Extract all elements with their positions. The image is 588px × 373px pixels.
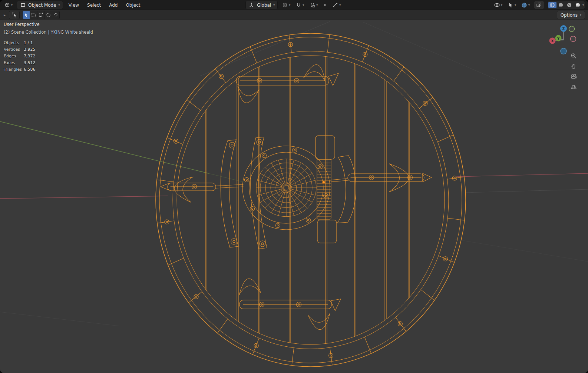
mode-dropdown-label: Object Mode [28, 3, 56, 8]
shading-rendered-button[interactable] [574, 2, 582, 8]
view-perspective-label: User Perspective [4, 22, 93, 27]
gizmo-axis-neg-z[interactable] [561, 48, 566, 54]
editor-type-icon [4, 2, 10, 8]
zoom-icon[interactable] [571, 53, 577, 59]
chevron-down-icon: ▾ [11, 4, 13, 7]
overlays-globe-icon [521, 2, 528, 8]
tool-settings-bar: ▸ Options ▾ [0, 10, 588, 20]
snap-dropdown[interactable]: ▾ [294, 2, 305, 8]
navigation-gizmo[interactable]: Z Y X [549, 23, 580, 55]
stat-value: 3,512 [24, 60, 36, 65]
orientation-label: Global [257, 3, 271, 8]
proportional-editing-icon[interactable] [322, 2, 328, 8]
object-visibility-dropdown[interactable]: ▾ [493, 2, 503, 8]
stat-value: 3,925 [24, 47, 36, 52]
options-label: Options [561, 13, 578, 18]
chevron-down-icon: ▾ [316, 4, 318, 7]
chevron-down-icon: ▾ [339, 4, 341, 7]
stat-label: Triangles [4, 67, 24, 72]
pan-hand-icon[interactable] [571, 63, 577, 69]
stat-label: Vertices [4, 47, 24, 52]
chevron-down-icon: ▾ [303, 4, 304, 7]
menu-object[interactable]: Object [123, 0, 143, 10]
select-mode-tweak[interactable] [23, 11, 30, 19]
options-dropdown[interactable]: Options ▾ [557, 11, 585, 19]
menu-view[interactable]: View [66, 0, 82, 10]
select-mode-box[interactable] [30, 11, 37, 19]
menu-add[interactable]: Add [106, 0, 120, 10]
viewport-canvas[interactable] [0, 20, 588, 373]
proportional-falloff-dropdown[interactable]: ▾ [331, 2, 342, 8]
collection-breadcrumb: (2) Scene Collection | YKING White sheal… [4, 30, 93, 35]
snap-target-dropdown[interactable]: ▾ [308, 2, 319, 8]
magnet-icon [295, 2, 302, 8]
gizmo-axis-neg-y[interactable] [569, 26, 575, 32]
chevron-down-icon: ▾ [528, 4, 530, 7]
viewport-3d[interactable]: User Perspective (2) Scene Collection | … [0, 20, 588, 373]
pivot-point-dropdown[interactable]: ▾ [281, 2, 291, 8]
shading-material-button[interactable] [565, 2, 574, 8]
menu-select[interactable]: Select [85, 0, 103, 10]
stat-row: Objects1 / 1 [4, 39, 36, 46]
select-mode-lasso[interactable] [52, 11, 59, 19]
viewport-shading-group: ▾ [547, 1, 585, 9]
gizmo-x-label: X [551, 39, 554, 43]
blender-window: ▾ Object Mode ▾ View Select Add Object G… [0, 0, 588, 373]
gizmo-cursor-icon [508, 2, 514, 8]
stat-label: Objects [4, 40, 24, 45]
gizmo-y-label: Y [557, 37, 560, 40]
toolbar-expander[interactable]: ▸ [3, 13, 6, 17]
shading-wireframe-button[interactable] [548, 2, 556, 8]
xray-toggle-button[interactable] [534, 1, 544, 9]
viewport-side-tools [571, 53, 577, 90]
camera-view-icon[interactable] [571, 73, 577, 80]
stat-label: Faces [4, 60, 24, 65]
viewport-hud: User Perspective (2) Scene Collection | … [4, 22, 93, 35]
eye-icon [494, 2, 500, 8]
editor-type-selector[interactable]: ▾ [3, 2, 14, 8]
chevron-down-icon: ▾ [580, 14, 581, 17]
orthographic-grid-icon[interactable] [571, 84, 577, 90]
chevron-down-icon: ▾ [273, 4, 275, 7]
stat-row: Edges7,372 [4, 53, 36, 59]
mode-dropdown[interactable]: Object Mode ▾ [17, 1, 63, 9]
stat-row: Faces3,512 [4, 59, 36, 66]
stat-label: Edges [4, 54, 24, 59]
overlays-dropdown[interactable]: ▾ [520, 2, 531, 8]
select-mode-group [22, 11, 60, 19]
chevron-down-icon: ▾ [515, 4, 516, 7]
stat-value: 1 / 1 [24, 40, 36, 45]
gizmos-dropdown[interactable]: ▾ [506, 2, 517, 8]
transform-orientation-dropdown[interactable]: Global ▾ [245, 1, 278, 9]
gizmo-axis-neg-x[interactable] [571, 36, 576, 42]
active-tool-button[interactable] [9, 11, 20, 19]
object-mode-icon [20, 2, 26, 8]
stat-row: Triangles6,586 [4, 66, 36, 73]
stat-row: Vertices3,925 [4, 46, 36, 53]
chevron-down-icon: ▾ [582, 4, 584, 7]
stat-value: 7,372 [24, 54, 36, 59]
orientation-global-icon [248, 2, 255, 8]
stat-value: 6,586 [24, 67, 36, 72]
chevron-down-icon: ▾ [59, 4, 60, 7]
snap-grid-icon [309, 2, 316, 8]
select-mode-circle[interactable] [45, 11, 52, 19]
viewport-header: ▾ Object Mode ▾ View Select Add Object G… [0, 0, 588, 10]
chevron-down-icon: ▾ [501, 4, 502, 7]
chevron-down-icon: ▾ [289, 4, 290, 7]
gizmo-z-label: Z [562, 27, 565, 31]
pivot-point-icon [282, 2, 288, 8]
scene-statistics: Objects1 / 1 Vertices3,925 Edges7,372 Fa… [4, 39, 36, 73]
falloff-curve-icon [332, 2, 338, 8]
select-mode-box-add[interactable] [37, 11, 45, 19]
shading-solid-button[interactable] [557, 2, 565, 8]
